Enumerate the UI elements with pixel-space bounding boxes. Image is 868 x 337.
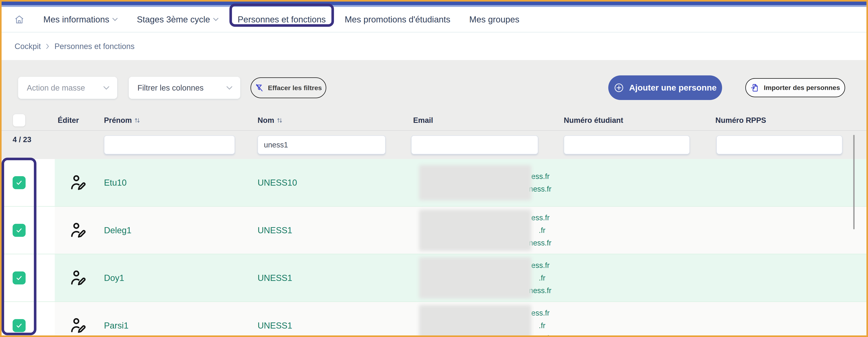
column-header-rpps-number[interactable]: Numéro RPPS <box>715 116 766 125</box>
edit-person-icon[interactable] <box>68 316 87 335</box>
clear-filters-label: Effacer les filtres <box>268 84 322 92</box>
table-row[interactable]: Etu10 UNESS10 ess.fr ness.fr <box>2 159 866 207</box>
mass-action-label: Action de masse <box>27 84 85 92</box>
import-people-button[interactable]: Importer des personnes <box>745 78 845 97</box>
nav-item-label: Mes promotions d'étudiants <box>345 14 451 24</box>
breadcrumb-current: Personnes et fonctions <box>54 42 134 51</box>
column-header-last-name[interactable]: Nom <box>257 116 274 125</box>
home-icon <box>14 14 24 25</box>
nav-item-label: Mes informations <box>43 14 109 24</box>
email-redaction-blur <box>419 210 531 251</box>
nav-item-label: Personnes et fonctions <box>238 14 326 24</box>
vertical-scrollbar[interactable] <box>853 135 855 229</box>
table-body: Etu10 UNESS10 ess.fr ness.fr <box>2 159 866 335</box>
cell-first-name: Parsi1 <box>104 321 129 331</box>
filter-off-icon <box>255 83 264 92</box>
nav-item-mes-groupes[interactable]: Mes groupes <box>469 14 519 24</box>
nav-item-label: Mes groupes <box>469 14 519 24</box>
filter-columns-select[interactable]: Filtrer les colonnes <box>129 77 240 99</box>
chevron-down-icon <box>112 18 118 21</box>
column-header-email[interactable]: Email <box>413 116 433 125</box>
main-navbar: Mes informations Stages 3ème cycle Perso… <box>2 7 866 32</box>
filter-columns-label: Filtrer les colonnes <box>137 84 204 92</box>
breadcrumb-root[interactable]: Cockpit <box>14 42 41 51</box>
cell-email-redacted: ess.fr ness.fr <box>411 170 557 195</box>
row-checkbox-checked[interactable] <box>12 319 26 332</box>
nav-item-stages-3eme-cycle[interactable]: Stages 3ème cycle <box>137 14 219 24</box>
cell-first-name: Doy1 <box>104 273 124 283</box>
cell-email-redacted: ess.fr .fr ness.fr <box>411 211 557 249</box>
import-people-label: Importer des personnes <box>764 84 840 92</box>
nav-item-label: Stages 3ème cycle <box>137 14 210 24</box>
app-window: Mes informations Stages 3ème cycle Perso… <box>0 0 868 337</box>
add-person-label: Ajouter une personne <box>629 83 717 93</box>
edit-person-icon[interactable] <box>68 174 87 192</box>
plus-circle-icon <box>614 83 624 93</box>
breadcrumb: Cockpit Personnes et fonctions <box>2 32 866 60</box>
chevron-down-icon <box>226 86 233 90</box>
table-row[interactable]: Deleg1 UNESS1 ess.fr .fr ness.fr <box>2 207 866 254</box>
nav-item-mes-informations[interactable]: Mes informations <box>43 14 118 24</box>
email-redaction-blur <box>419 305 531 336</box>
cell-last-name: UNESS10 <box>257 178 297 188</box>
clear-filters-button[interactable]: Effacer les filtres <box>250 78 326 98</box>
nav-item-mes-promotions[interactable]: Mes promotions d'étudiants <box>345 14 451 24</box>
table-row[interactable]: Doy1 UNESS1 ess.fr .fr ness.fr <box>2 254 866 302</box>
main-content: Action de masse Filtrer les colonnes Eff… <box>2 60 866 335</box>
filter-input-last-name[interactable] <box>257 135 385 154</box>
cell-email-redacted: ess.fr .fr ness.fr <box>411 259 557 297</box>
row-checkbox-checked[interactable] <box>12 176 26 189</box>
file-import-icon <box>750 83 760 92</box>
row-checkbox-checked[interactable] <box>12 224 26 237</box>
column-header-student-number[interactable]: Numéro étudiant <box>564 116 623 125</box>
chevron-down-icon <box>213 18 219 21</box>
edit-person-icon[interactable] <box>68 269 87 287</box>
cell-first-name: Deleg1 <box>104 225 131 235</box>
filter-input-student-number[interactable] <box>564 135 690 154</box>
row-checkbox-checked[interactable] <box>12 271 26 284</box>
filter-input-first-name[interactable] <box>104 135 235 154</box>
top-accent-bar-light <box>2 5 866 7</box>
email-redaction-blur <box>419 257 531 299</box>
top-accent-bar <box>2 2 866 5</box>
cell-last-name: UNESS1 <box>257 273 292 283</box>
mass-action-select[interactable]: Action de masse <box>18 77 117 99</box>
nav-item-personnes-et-fonctions[interactable]: Personnes et fonctions <box>238 14 326 24</box>
selection-count: 4 / 23 <box>2 131 34 159</box>
cell-email-redacted: ess.fr .fr ness.fr <box>411 307 557 336</box>
edit-person-icon[interactable] <box>68 221 87 239</box>
table-row[interactable]: Parsi1 UNESS1 ess.fr .fr ness.fr <box>2 302 866 335</box>
select-all-checkbox[interactable] <box>12 114 26 127</box>
sort-icon[interactable] <box>276 117 283 124</box>
cell-last-name: UNESS1 <box>257 321 292 331</box>
filter-input-email[interactable] <box>411 135 538 154</box>
column-header-first-name[interactable]: Prénom <box>104 116 132 125</box>
email-redaction-blur <box>419 165 531 201</box>
sort-icon[interactable] <box>134 117 141 124</box>
filter-input-rpps-number[interactable] <box>716 135 842 154</box>
home-button[interactable] <box>14 14 24 25</box>
cell-last-name: UNESS1 <box>257 225 292 235</box>
table-filter-row: 4 / 23 <box>2 130 866 159</box>
chevron-right-icon <box>46 43 49 49</box>
column-header-edit[interactable]: Éditer <box>58 116 79 125</box>
add-person-button[interactable]: Ajouter une personne <box>608 75 722 100</box>
table-header-row: Éditer Prénom Nom <box>2 110 866 130</box>
cell-first-name: Etu10 <box>104 178 127 188</box>
chevron-down-icon <box>103 86 110 90</box>
